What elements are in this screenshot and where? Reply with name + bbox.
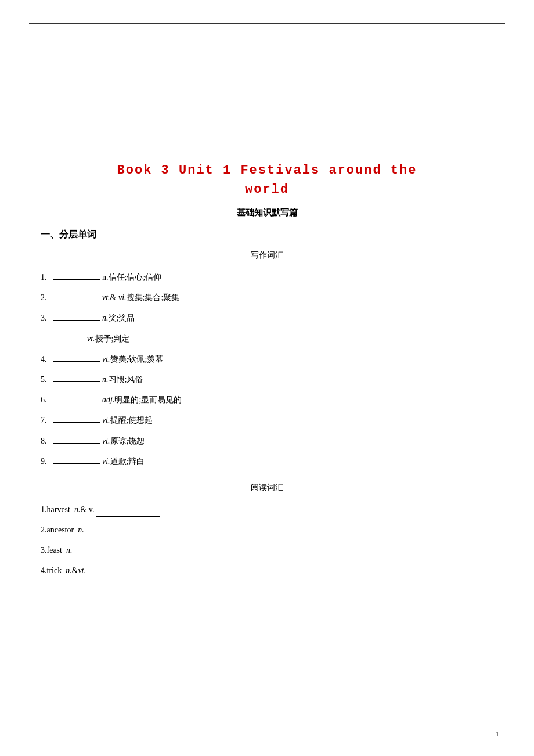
vocab-item-5: 5. n.习惯;风俗 [41,372,493,387]
page-number: 1 [496,729,500,739]
item-def-8: vt.原谅;饶恕 [102,434,145,448]
vocab-item-3: 3. n.奖;奖品 [41,311,493,325]
vocab-item-9: 9. vi.道歉;辩白 [41,454,493,469]
item-def-6: adj.明显的;显而易见的 [102,393,182,407]
item-def-4: vt.赞美;钦佩;羡慕 [102,352,163,366]
item-number: 6. [41,393,52,407]
section-subtitle: 基础知识默写篇 [41,207,493,218]
vocab-item-1: 1. n.信任;信心;信仰 [41,270,493,285]
item-def-2: vt.& vi.搜集;集合;聚集 [102,290,179,305]
vocab-item-8: 8. vt.原谅;饶恕 [41,434,493,448]
blank-3 [53,320,100,321]
reading-section: 阅读词汇 1.harvest n.& v. 2.ancestor n. 3.fe… [41,483,493,578]
reading-blank-1 [96,516,160,517]
section-heading: 一、分层单词 [41,229,493,241]
item-number: 3. [41,311,52,325]
item-number: 8. [41,434,52,448]
item-def-9: vi.道歉;辩白 [102,454,145,469]
writing-vocab-label: 写作词汇 [41,250,493,261]
vocab-item-4: 4. vt.赞美;钦佩;羡慕 [41,352,493,366]
reading-item-2: 2.ancestor n. [41,523,493,537]
blank-1 [53,279,100,280]
title-line2: world [41,182,493,197]
blank-7 [53,422,100,423]
blank-9 [53,463,100,464]
page-content: Book 3 Unit 1 Festivals around the world… [0,24,534,607]
vocab-item-3-sub: vt.授予;判定 [87,332,493,346]
blank-4 [53,361,100,362]
item-number: 4. [41,352,52,366]
reading-item-3: 3.feast n. [41,543,493,557]
reading-blank-2 [86,537,150,537]
reading-item-4: 4.trick n.&vt. [41,563,493,578]
item-def-5: n.习惯;风俗 [102,372,143,387]
blank-5 [53,381,100,382]
reading-vocab-label: 阅读词汇 [41,483,493,493]
reading-blank-4 [88,578,135,578]
item-number: 9. [41,454,52,469]
reading-blank-3 [74,557,121,557]
title-block: Book 3 Unit 1 Festivals around the world [41,163,493,197]
blank-2 [53,300,100,300]
blank-8 [53,443,100,444]
vocab-item-7: 7. vt.提醒;使想起 [41,413,493,427]
item-def-7: vt.提醒;使想起 [102,413,153,427]
item-def-1: n.信任;信心;信仰 [102,270,161,285]
item-def-3: n.奖;奖品 [102,311,135,325]
item-number: 7. [41,413,52,427]
reading-item-1: 1.harvest n.& v. [41,502,493,517]
item-number: 2. [41,290,52,305]
vocab-item-2: 2. vt.& vi.搜集;集合;聚集 [41,290,493,305]
item-number: 1. [41,270,52,285]
vocab-item-6: 6. adj.明显的;显而易见的 [41,393,493,407]
item-number: 5. [41,372,52,387]
blank-6 [53,402,100,402]
title-line1: Book 3 Unit 1 Festivals around the [41,163,493,178]
